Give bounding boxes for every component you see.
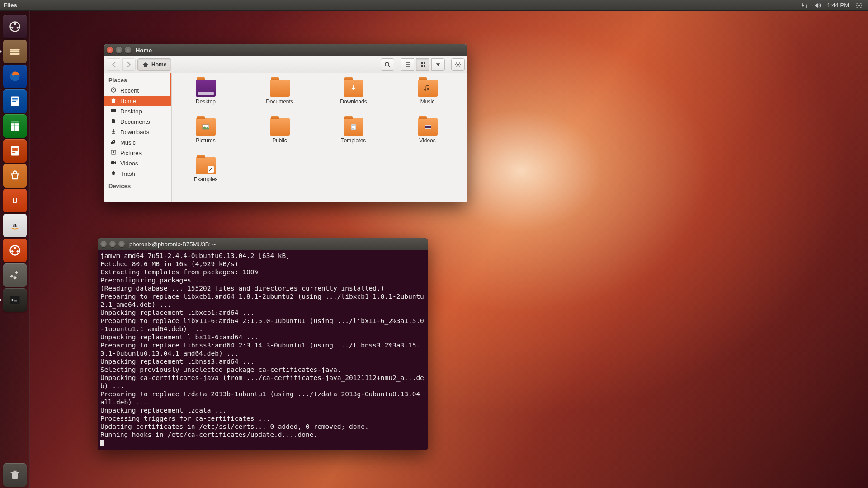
minimize-icon[interactable]: [116, 47, 122, 53]
svg-rect-36: [111, 161, 114, 164]
panel-clock[interactable]: 1:44 PM: [827, 2, 849, 9]
libreoffice-impress-icon[interactable]: [3, 139, 27, 163]
svg-rect-5: [10, 49, 19, 51]
templates-overlay-icon: [346, 121, 361, 133]
folder-pictures[interactable]: Pictures: [181, 118, 231, 155]
minimize-icon[interactable]: [109, 241, 116, 247]
sidebar-item-label: Desktop: [120, 108, 142, 115]
files-sidebar: Places RecentHomeDesktopDocumentsDownloa…: [104, 73, 172, 202]
software-center-icon[interactable]: [3, 164, 27, 188]
sidebar-item-downloads[interactable]: Downloads: [104, 127, 171, 137]
gear-button[interactable]: [451, 58, 465, 71]
folder-music[interactable]: Music: [403, 80, 453, 116]
trash-icon[interactable]: [3, 463, 27, 487]
folder-examples[interactable]: Examples: [181, 157, 231, 193]
files-icon[interactable]: [3, 40, 27, 63]
svg-rect-14: [11, 122, 18, 124]
dash-icon[interactable]: [3, 15, 27, 38]
sidebar-item-documents[interactable]: Documents: [104, 117, 171, 127]
terminal-window: phoronix@phoronix-B75MU3B: ~ jamvm amd64…: [98, 238, 428, 450]
sidebar-item-label: Music: [120, 139, 136, 146]
svg-text:U: U: [12, 197, 18, 205]
svg-rect-17: [12, 152, 15, 153]
view-dropdown-button[interactable]: [431, 58, 445, 71]
terminal-icon[interactable]: [3, 288, 27, 312]
sidebar-item-music[interactable]: Music: [104, 137, 171, 148]
folder-public[interactable]: Public: [255, 118, 305, 155]
trash-icon: [110, 170, 117, 178]
svg-rect-26: [421, 62, 423, 64]
search-button[interactable]: [381, 58, 394, 71]
desktop-icon: [110, 108, 117, 115]
path-home-button[interactable]: Home: [137, 58, 171, 71]
maximize-icon[interactable]: [125, 47, 131, 53]
folder-label: Music: [420, 99, 434, 105]
files-titlebar[interactable]: Home: [104, 44, 467, 56]
svg-point-30: [457, 64, 459, 66]
sidebar-item-label: Videos: [120, 160, 138, 167]
sidebar-item-trash[interactable]: Trash: [104, 169, 171, 179]
unity-launcher: Ua: [0, 11, 30, 488]
svg-rect-27: [424, 62, 425, 64]
folder-documents[interactable]: Documents: [255, 80, 305, 116]
svg-rect-6: [10, 51, 19, 53]
sidebar-item-pictures[interactable]: Pictures: [104, 148, 171, 158]
folder-label: Documents: [266, 99, 293, 105]
ubuntu-one-icon[interactable]: U: [3, 189, 27, 212]
svg-text:a: a: [13, 221, 17, 229]
firefox-icon[interactable]: [3, 65, 27, 88]
downloads-icon: [110, 128, 117, 136]
sidebar-places-header: Places: [104, 73, 171, 85]
svg-rect-33: [113, 113, 114, 113]
svg-rect-10: [12, 98, 18, 99]
svg-rect-24: [10, 296, 19, 304]
session-gear-icon[interactable]: [854, 1, 863, 10]
folder-templates[interactable]: Templates: [329, 118, 378, 155]
videos-icon: [110, 160, 117, 167]
sidebar-item-desktop[interactable]: Desktop: [104, 106, 171, 117]
back-button[interactable]: [107, 58, 120, 71]
panel-app-title[interactable]: Files: [4, 2, 17, 9]
close-icon[interactable]: [107, 47, 113, 53]
sidebar-item-recent[interactable]: Recent: [104, 85, 171, 96]
forward-button[interactable]: [122, 58, 136, 71]
documents-icon: [110, 118, 117, 126]
system-settings-icon[interactable]: [3, 263, 27, 287]
svg-rect-11: [12, 100, 18, 101]
folder-label: Templates: [341, 137, 366, 144]
sidebar-item-home[interactable]: Home: [104, 96, 171, 106]
libreoffice-calc-icon[interactable]: [3, 114, 27, 138]
svg-point-3: [11, 27, 13, 29]
folder-label: Examples: [194, 176, 218, 183]
svg-rect-12: [12, 101, 16, 102]
libreoffice-writer-icon[interactable]: [3, 89, 27, 113]
path-label: Home: [151, 61, 166, 68]
sidebar-item-videos[interactable]: Videos: [104, 158, 171, 169]
folder-desktop[interactable]: Desktop: [181, 80, 231, 116]
music-overlay-icon: [420, 82, 435, 94]
view-list-button[interactable]: [401, 58, 414, 71]
svg-rect-29: [424, 65, 425, 67]
sidebar-devices-header: Devices: [104, 179, 171, 191]
sidebar-item-label: Trash: [120, 170, 135, 177]
close-icon[interactable]: [100, 241, 107, 247]
svg-point-23: [16, 250, 19, 253]
svg-rect-7: [10, 53, 19, 55]
svg-rect-41: [425, 128, 431, 129]
view-grid-button[interactable]: [416, 58, 429, 71]
svg-point-2: [14, 23, 16, 25]
folder-videos[interactable]: Videos: [403, 118, 453, 155]
videos-overlay-icon: [420, 121, 435, 133]
sound-icon[interactable]: [813, 1, 822, 10]
folder-downloads[interactable]: Downloads: [329, 80, 378, 116]
svg-point-25: [385, 62, 389, 66]
maximize-icon[interactable]: [118, 241, 125, 247]
terminal-titlebar[interactable]: phoronix@phoronix-B75MU3B: ~: [98, 238, 428, 250]
pictures-icon: [110, 149, 117, 157]
network-icon[interactable]: [800, 1, 809, 10]
software-updater-icon[interactable]: [3, 239, 27, 262]
amazon-icon[interactable]: a: [3, 214, 27, 237]
terminal-output[interactable]: jamvm amd64 7u51-2.4.4-0ubuntu0.13.04.2 …: [98, 250, 428, 450]
svg-rect-28: [421, 65, 423, 67]
svg-point-35: [113, 151, 114, 153]
